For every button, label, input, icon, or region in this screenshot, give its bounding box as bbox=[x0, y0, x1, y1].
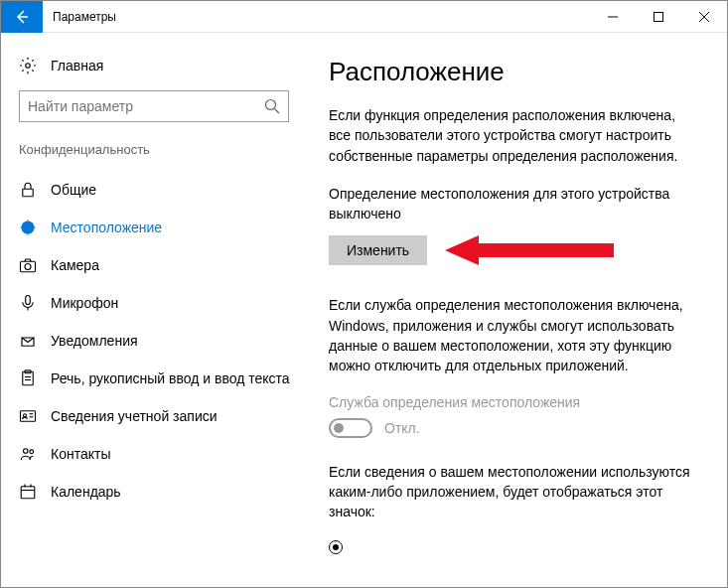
gear-icon bbox=[19, 57, 37, 74]
camera-icon bbox=[19, 256, 37, 274]
location-service-label: Служба определения местоположения bbox=[329, 394, 697, 410]
location-icon bbox=[19, 219, 37, 236]
sidebar-item-contacts[interactable]: Контакты bbox=[15, 435, 309, 473]
sidebar-item-notifications[interactable]: Уведомления bbox=[15, 322, 309, 360]
home-label: Главная bbox=[51, 58, 103, 74]
maximize-button[interactable] bbox=[636, 1, 681, 33]
sidebar-item-microphone[interactable]: Микрофон bbox=[15, 284, 309, 322]
device-location-status: Определение местоположения для этого уст… bbox=[329, 184, 697, 224]
window-title: Параметры bbox=[43, 10, 590, 24]
indicator-text: Если сведения о вашем местоположении исп… bbox=[329, 462, 697, 522]
search-box[interactable] bbox=[19, 90, 289, 122]
svg-point-16 bbox=[25, 264, 31, 270]
svg-rect-8 bbox=[23, 189, 34, 197]
location-indicator-icon bbox=[329, 540, 343, 554]
window-controls bbox=[590, 1, 727, 33]
page-title: Расположение bbox=[329, 57, 697, 87]
main-content: Расположение Если функция определения ра… bbox=[309, 33, 727, 587]
sidebar: Главная Конфиденциальность Общие Местопо… bbox=[1, 33, 309, 587]
change-button[interactable]: Изменить bbox=[329, 235, 427, 265]
svg-point-6 bbox=[266, 100, 276, 110]
sidebar-item-label: Контакты bbox=[51, 446, 110, 462]
svg-point-27 bbox=[30, 450, 34, 454]
search-icon bbox=[264, 98, 280, 114]
bell-icon bbox=[19, 332, 37, 350]
titlebar: Параметры bbox=[1, 1, 727, 33]
sidebar-item-camera[interactable]: Камера bbox=[15, 246, 309, 284]
sidebar-item-label: Местоположение bbox=[51, 220, 162, 235]
svg-rect-28 bbox=[21, 487, 35, 499]
svg-point-26 bbox=[24, 449, 29, 454]
home-nav[interactable]: Главная bbox=[19, 51, 309, 80]
sidebar-item-label: Календарь bbox=[51, 484, 121, 500]
sidebar-item-calendar[interactable]: Календарь bbox=[15, 473, 309, 511]
approximate-location-heading: Приблизительное расположение bbox=[329, 584, 697, 587]
svg-rect-22 bbox=[21, 411, 36, 422]
arrow-annotation bbox=[445, 233, 614, 267]
people-icon bbox=[19, 445, 37, 463]
person-card-icon bbox=[19, 407, 37, 425]
svg-rect-15 bbox=[21, 261, 36, 272]
intro-text: Если функция определения расположения вк… bbox=[329, 105, 697, 166]
location-service-toggle[interactable] bbox=[329, 418, 372, 438]
search-input[interactable] bbox=[28, 98, 264, 114]
lock-icon bbox=[19, 181, 37, 199]
sidebar-item-label: Уведомления bbox=[51, 333, 138, 349]
svg-marker-32 bbox=[445, 235, 614, 265]
svg-point-5 bbox=[26, 64, 31, 69]
sidebar-item-general[interactable]: Общие bbox=[15, 171, 309, 209]
service-description: Если служба определения местоположения в… bbox=[329, 295, 697, 375]
sidebar-item-label: Речь, рукописный ввод и ввод текста bbox=[51, 370, 290, 386]
minimize-button[interactable] bbox=[590, 1, 636, 33]
sidebar-item-label: Микрофон bbox=[51, 295, 118, 311]
svg-rect-2 bbox=[655, 12, 663, 21]
sidebar-item-location[interactable]: Местоположение bbox=[15, 209, 309, 246]
toggle-state-label: Откл. bbox=[384, 420, 420, 436]
sidebar-item-label: Общие bbox=[51, 182, 96, 198]
close-button[interactable] bbox=[681, 1, 727, 33]
svg-point-23 bbox=[24, 414, 27, 417]
sidebar-item-label: Сведения учетной записи bbox=[51, 408, 218, 424]
microphone-icon bbox=[19, 294, 37, 312]
calendar-icon bbox=[19, 483, 37, 501]
back-button[interactable] bbox=[1, 1, 43, 33]
svg-line-7 bbox=[275, 109, 280, 114]
sidebar-item-account[interactable]: Сведения учетной записи bbox=[15, 397, 309, 435]
svg-point-10 bbox=[27, 226, 30, 229]
svg-rect-17 bbox=[26, 296, 31, 305]
section-label: Конфиденциальность bbox=[19, 142, 309, 157]
sidebar-item-label: Камера bbox=[51, 257, 99, 273]
sidebar-item-speech[interactable]: Речь, рукописный ввод и ввод текста bbox=[15, 360, 309, 397]
clipboard-icon bbox=[19, 369, 37, 387]
arrow-left-icon bbox=[14, 9, 30, 25]
